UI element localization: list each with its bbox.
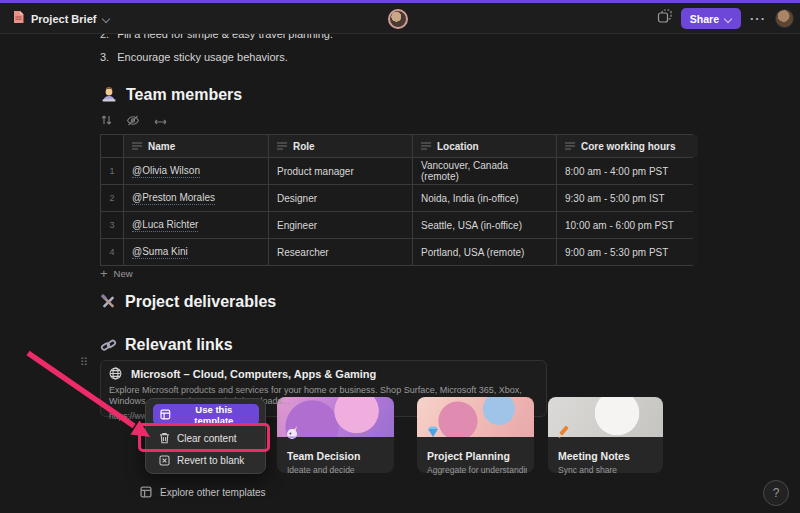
- column-label: Role: [293, 141, 315, 152]
- resize-columns-icon[interactable]: [154, 112, 167, 130]
- row-number: 3: [101, 212, 123, 238]
- page-doc-icon: [12, 10, 25, 28]
- section-title: Team members: [126, 86, 242, 104]
- user-avatar[interactable]: [775, 9, 794, 28]
- cell-location[interactable]: Vancouver, Canada (remote): [413, 158, 556, 184]
- column-label: Name: [148, 141, 175, 152]
- template-subtitle: Aggregate for understanding an...: [417, 462, 527, 475]
- template-icon: [140, 486, 152, 498]
- text-property-icon: [421, 142, 431, 150]
- list-number: 3.: [100, 51, 109, 63]
- template-subtitle: Ideate and decide: [277, 462, 387, 475]
- row-number: 1: [101, 158, 123, 184]
- cell-role[interactable]: Engineer: [269, 212, 412, 238]
- cell-location[interactable]: Noida, India (in-office): [413, 185, 556, 211]
- drag-handle-icon[interactable]: ⠿: [80, 356, 88, 369]
- cell-role[interactable]: Designer: [269, 185, 412, 211]
- user-mention[interactable]: @Suma Kini: [132, 246, 188, 259]
- link-icon: [100, 337, 117, 354]
- explore-templates-label: Explore other templates: [160, 487, 266, 498]
- app-window: Project Brief Share ··· 2. Fill a need f…: [0, 0, 800, 513]
- menu-item-label: Revert to blank: [177, 455, 244, 466]
- list-item[interactable]: 3. Encourage sticky usage behaviors.: [100, 51, 288, 63]
- template-card-meeting-notes[interactable]: Meeting Notes Sync and share: [548, 397, 663, 473]
- panels-icon[interactable]: [657, 9, 672, 28]
- cell-name[interactable]: @Olivia Wilson: [124, 158, 268, 184]
- bookmark-title: Microsoft – Cloud, Computers, Apps & Gam…: [131, 368, 376, 380]
- cell-location[interactable]: Seattle, USA (in-office): [413, 212, 556, 238]
- page-title: Project Brief: [31, 13, 96, 25]
- unicorn-icon: [285, 424, 301, 444]
- use-this-template-button[interactable]: Use this template: [153, 404, 259, 425]
- hammer-wrench-icon: [100, 294, 117, 311]
- column-header-location[interactable]: Location: [413, 135, 556, 157]
- column-label: Location: [437, 141, 479, 152]
- cell-name[interactable]: @Luca Richter: [124, 212, 268, 238]
- share-label: Share: [690, 13, 719, 25]
- add-row-button[interactable]: + New: [100, 268, 133, 279]
- more-button[interactable]: ···: [750, 11, 766, 26]
- hide-columns-icon[interactable]: [126, 112, 140, 130]
- cell-name[interactable]: @Suma Kini: [124, 239, 268, 265]
- user-mention[interactable]: @Olivia Wilson: [132, 165, 200, 178]
- clear-content-menu-item[interactable]: Clear content: [153, 428, 259, 448]
- list-text: Encourage sticky usage behaviors.: [117, 51, 288, 63]
- column-header-role[interactable]: Role: [269, 135, 412, 157]
- block-context-menu: Use this template Clear content Revert t…: [145, 398, 266, 474]
- revert-blank-icon: [159, 455, 170, 466]
- column-header-hours[interactable]: Core working hours: [557, 135, 698, 157]
- plus-icon: +: [100, 269, 108, 278]
- row-number: 4: [101, 239, 123, 265]
- table-toolbar: [101, 112, 167, 130]
- team-members-table: Name Role Location Core working hours 1 …: [100, 134, 693, 266]
- cell-hours[interactable]: 8:00 am - 4:00 pm PST: [557, 158, 698, 184]
- column-header-name[interactable]: Name: [124, 135, 268, 157]
- user-mention[interactable]: @Preston Morales: [132, 192, 215, 205]
- user-mention[interactable]: @Luca Richter: [132, 219, 198, 232]
- cell-hours[interactable]: 10:00 am - 6:00 pm PST: [557, 212, 698, 238]
- share-button[interactable]: Share: [681, 8, 741, 29]
- section-heading-team-members: Team members: [100, 86, 242, 104]
- text-property-icon: [277, 142, 287, 150]
- globe-icon: [109, 367, 122, 380]
- cell-role[interactable]: Researcher: [269, 239, 412, 265]
- help-button[interactable]: ?: [763, 480, 789, 506]
- pencil-icon: [556, 424, 572, 444]
- cell-hours[interactable]: 9:00 am - 5:30 pm PST: [557, 239, 698, 265]
- cell-location[interactable]: Portland, USA (remote): [413, 239, 556, 265]
- explore-templates-button[interactable]: Explore other templates: [140, 486, 266, 498]
- template-icon: [160, 409, 171, 420]
- topbar: Project Brief Share ···: [0, 3, 800, 34]
- section-title: Project deliverables: [125, 293, 276, 311]
- text-property-icon: [132, 142, 142, 150]
- cell-hours[interactable]: 9:30 am - 5:00 pm IST: [557, 185, 698, 211]
- section-title: Relevant links: [125, 336, 233, 354]
- sort-icon[interactable]: [101, 112, 112, 130]
- cell-role[interactable]: Product manager: [269, 158, 412, 184]
- row-number: 2: [101, 185, 123, 211]
- section-heading-deliverables: Project deliverables: [100, 293, 276, 311]
- collaborator-avatar[interactable]: [388, 9, 408, 29]
- top-accent-strip: [0, 0, 800, 3]
- menu-item-label: Use this template: [176, 404, 252, 426]
- revert-to-blank-menu-item[interactable]: Revert to blank: [153, 450, 259, 470]
- section-heading-links: Relevant links: [100, 336, 233, 354]
- column-label: Core working hours: [581, 141, 675, 152]
- title-chevron-icon[interactable]: [102, 15, 110, 23]
- woman-technologist-icon: [100, 86, 118, 104]
- trash-icon: [159, 432, 170, 444]
- new-row-label: New: [114, 268, 133, 279]
- table-corner-cell: [101, 135, 123, 157]
- template-thumbnail: [548, 397, 663, 437]
- share-chevron-icon: [724, 15, 732, 23]
- menu-item-label: Clear content: [177, 433, 236, 444]
- text-property-icon: [565, 142, 575, 150]
- template-subtitle: Sync and share: [548, 462, 658, 475]
- diamond-icon: [425, 424, 441, 444]
- cell-name[interactable]: @Preston Morales: [124, 185, 268, 211]
